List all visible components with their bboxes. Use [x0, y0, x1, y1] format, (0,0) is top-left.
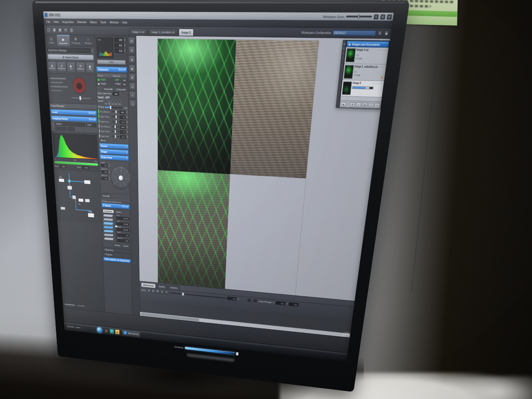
- gain-value-field[interactable]: 1.0: [120, 135, 125, 139]
- menu-item[interactable]: Acquisition: [62, 20, 74, 24]
- dock-icon[interactable]: ◫: [343, 47, 345, 50]
- zoom-button[interactable]: ◱: [147, 289, 151, 293]
- white-level-field[interactable]: 1.00: [82, 166, 89, 170]
- taskbar-app-icon[interactable]: ✦: [110, 329, 114, 334]
- brightfield-image[interactable]: [230, 40, 319, 179]
- gain-value-field[interactable]: 1.0: [120, 120, 125, 124]
- wavelength-field[interactable]: 561: [114, 43, 124, 48]
- track-checkbox[interactable]: [52, 122, 54, 125]
- workspace-zoom-handle[interactable]: [358, 15, 360, 19]
- zoom-button[interactable]: +: [160, 289, 164, 294]
- channel-dropdown[interactable]: ▾: [122, 83, 126, 86]
- panel-footer-button[interactable]: ▤: [362, 102, 368, 107]
- preview-thumb-button[interactable]: [247, 298, 252, 303]
- action-button[interactable]: ◉Snap: [85, 62, 95, 73]
- tab-processing[interactable]: ⚙Processing: [69, 35, 82, 46]
- toolbar-icon[interactable]: ▦: [58, 27, 63, 33]
- view-tab[interactable]: λ: [129, 91, 136, 99]
- zoom-value-field[interactable]: 0.4: [227, 296, 237, 300]
- view-tab[interactable]: 2D: [128, 37, 135, 45]
- taskbar-media-icon[interactable]: ◉: [104, 328, 109, 334]
- laser-488-checkbox[interactable]: [108, 100, 110, 103]
- dock-icon[interactable]: ▤: [343, 42, 346, 45]
- frame-y-field[interactable]: 512: [289, 302, 299, 306]
- panel-footer-button[interactable]: ▲: [341, 101, 346, 106]
- reuse-button[interactable]: Reuse: [99, 139, 107, 142]
- panel-footer-button[interactable]: +: [356, 102, 361, 107]
- toolbar-icon[interactable]: ▣: [52, 27, 57, 33]
- gain-slider[interactable]: [112, 126, 119, 127]
- config-apply-button[interactable]: ▣: [383, 30, 389, 36]
- table-row-track2[interactable]: Track2 T PMT ▾: [97, 81, 127, 86]
- action-button[interactable]: ⟳Continuous: [76, 62, 85, 73]
- pinhole-slider[interactable]: [105, 106, 123, 109]
- mode-selector[interactable]: [55, 126, 67, 131]
- tab-acquisition[interactable]: ▶Acquisition: [57, 35, 70, 46]
- toolbar-icon[interactable]: ⟲: [63, 27, 68, 33]
- favorite-star-icon[interactable]: ☆: [91, 49, 94, 52]
- smart-setup-button[interactable]: ⚙Smart Setup: [47, 54, 94, 60]
- action-button[interactable]: ▶Live: [66, 61, 76, 72]
- view-tab[interactable]: ⊞: [129, 73, 136, 81]
- zstack-tab-firstlast[interactable]: First/Last: [103, 209, 114, 214]
- dock-icon[interactable]: +: [342, 52, 344, 55]
- gain-slider[interactable]: [111, 116, 118, 118]
- zoom-button[interactable]: −: [165, 290, 168, 294]
- panel-footer-button[interactable]: ▼: [350, 102, 356, 107]
- view-tab[interactable]: ◫: [129, 82, 136, 90]
- zoom-button[interactable]: ⊡: [156, 289, 160, 294]
- menu-item[interactable]: Help: [122, 20, 127, 24]
- action-button[interactable]: ◈Find Focus: [47, 61, 57, 72]
- gain-value-field[interactable]: 0: [120, 130, 125, 134]
- expand-all-button[interactable]: Expand All: [103, 87, 114, 91]
- rating-stars[interactable]: ☆☆☆☆☆: [372, 82, 383, 85]
- channel-dropdown[interactable]: ▾: [122, 79, 126, 82]
- scan-field[interactable]: 0.0: [101, 170, 108, 174]
- workspace-config-input[interactable]: [332, 30, 376, 36]
- gain-slider-handle[interactable]: [115, 125, 116, 128]
- dock-icon[interactable]: ⌂: [342, 56, 344, 59]
- zstack-field[interactable]: 4.79: [117, 239, 129, 243]
- toolbar-icon[interactable]: ▢: [46, 27, 51, 33]
- optimal-button[interactable]: Optimal: [122, 244, 129, 248]
- gain-slider-handle[interactable]: [115, 115, 117, 119]
- objective-slider-handle[interactable]: [80, 96, 81, 100]
- config-dropdown-button[interactable]: ▾: [377, 30, 383, 36]
- tab-image-3[interactable]: Image 3: [179, 29, 194, 36]
- menu-item[interactable]: Window: [110, 20, 119, 24]
- zoom-button[interactable]: ◰: [151, 289, 155, 294]
- maximize-button[interactable]: □: [380, 14, 385, 19]
- panel-footer-button[interactable]: ◫: [368, 102, 374, 107]
- zoom-slider-handle[interactable]: [182, 292, 184, 295]
- laser-633-checkbox[interactable]: [118, 100, 120, 103]
- gain-slider[interactable]: [112, 136, 119, 137]
- view-tab[interactable]: ⊟: [128, 46, 135, 54]
- preview-thumb-button[interactable]: [252, 299, 257, 303]
- channel-selector[interactable]: GFP: [86, 123, 96, 128]
- gain-value-field[interactable]: 650: [120, 125, 125, 129]
- collapse-all-button[interactable]: Collapse All: [115, 88, 127, 92]
- experiment-selector[interactable]: Experiment Manager: [47, 47, 90, 53]
- taskbar-explorer-icon[interactable]: ▰: [115, 329, 120, 335]
- pinhole-slider-handle[interactable]: [110, 105, 111, 109]
- gain-value-field[interactable]: 800: [119, 110, 125, 114]
- fluorescence-image-gfp[interactable]: [158, 39, 236, 174]
- smallest-button[interactable]: Smallest: [113, 243, 121, 247]
- wavelength-field[interactable]: 633: [114, 49, 123, 53]
- dye-selector[interactable]: [68, 127, 75, 131]
- reset-all-button[interactable]: Reset All: [101, 194, 111, 198]
- panel-footer-button[interactable]: ×: [374, 103, 380, 108]
- start-laser-field[interactable]: 488: [112, 92, 119, 96]
- document-item-2[interactable]: Image 2_zebrafish.czi ☆☆☆☆☆ 2 C 7.8 MB ▦: [342, 64, 386, 81]
- channels-panel-header[interactable]: Channels Show all: [96, 66, 127, 73]
- merged-overlay-image[interactable]: [158, 170, 230, 289]
- laser-properties-button[interactable]: Laser: [97, 60, 126, 65]
- menu-item[interactable]: File: [46, 20, 50, 23]
- scan-rotation-dial[interactable]: [110, 165, 131, 190]
- objective-turret-icon[interactable]: [73, 78, 85, 93]
- tab-image-2[interactable]: Image 2_zebrafish.czi: [148, 28, 178, 36]
- gain-slider-handle[interactable]: [115, 135, 116, 138]
- laser-561-checkbox[interactable]: [115, 100, 117, 103]
- track-selector[interactable]: Track1: [55, 122, 85, 127]
- laser-514-checkbox[interactable]: [111, 100, 114, 103]
